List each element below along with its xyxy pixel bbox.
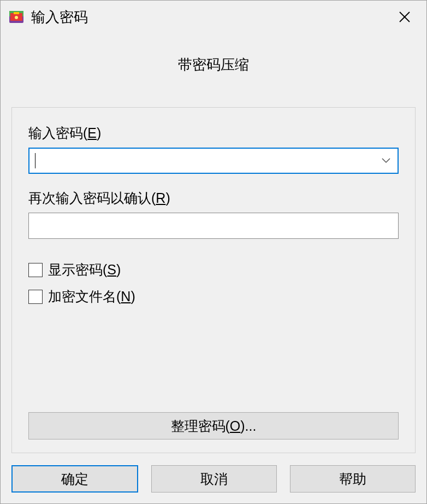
window-title: 输入密码 — [31, 8, 388, 27]
dialog-content: 带密码压缩 输入密码(E) 再次输入密码以确认(R) — [1, 33, 426, 503]
svg-rect-3 — [14, 12, 19, 14]
close-button[interactable] — [388, 3, 421, 31]
password-label: 输入密码(E) — [28, 124, 399, 142]
spacer — [28, 314, 399, 412]
encrypt-filenames-row: 加密文件名(N) — [28, 288, 399, 306]
dialog-button-row: 确定 取消 帮助 — [11, 453, 416, 493]
ok-button[interactable]: 确定 — [11, 465, 138, 493]
organize-passwords-button[interactable]: 整理密码(O)... — [28, 412, 399, 439]
password-input[interactable] — [28, 148, 399, 174]
password-dialog-window: 输入密码 带密码压缩 输入密码(E) — [0, 0, 427, 504]
encrypt-filenames-label[interactable]: 加密文件名(N) — [48, 288, 135, 306]
show-password-checkbox[interactable] — [28, 263, 43, 277]
winrar-icon — [8, 9, 25, 25]
dialog-subtitle: 带密码压缩 — [11, 33, 416, 107]
confirm-password-input[interactable] — [28, 213, 399, 239]
text-caret — [35, 153, 35, 168]
password-groupbox: 输入密码(E) 再次输入密码以确认(R) 显示密码(S) — [11, 107, 416, 453]
show-password-row: 显示密码(S) — [28, 261, 399, 279]
confirm-password-label: 再次输入密码以确认(R) — [28, 189, 399, 207]
close-icon — [399, 11, 411, 23]
cancel-button[interactable]: 取消 — [151, 465, 277, 493]
titlebar: 输入密码 — [1, 1, 426, 33]
password-combo[interactable] — [28, 148, 399, 174]
show-password-label[interactable]: 显示密码(S) — [48, 261, 121, 279]
encrypt-filenames-checkbox[interactable] — [28, 290, 43, 304]
svg-point-4 — [15, 16, 18, 19]
help-button[interactable]: 帮助 — [290, 465, 416, 493]
